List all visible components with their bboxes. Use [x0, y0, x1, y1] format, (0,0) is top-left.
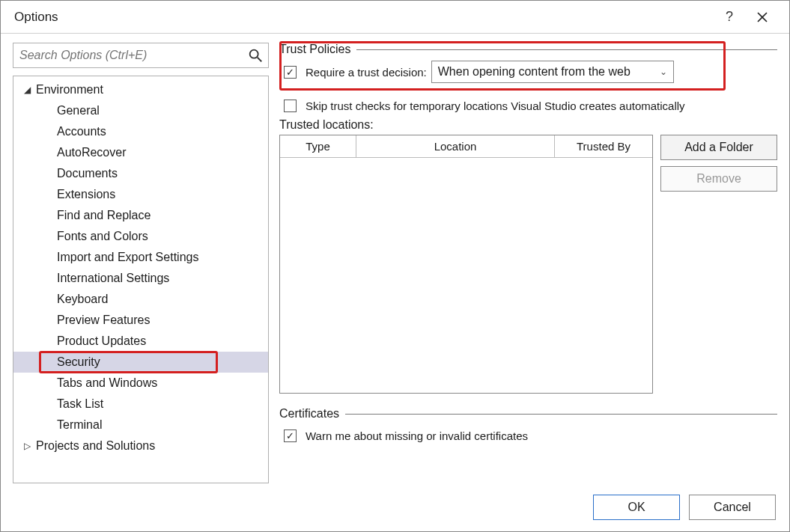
- tree-item-label: Keyboard: [57, 293, 109, 306]
- options-tree-scroll[interactable]: ◢ Environment GeneralAccountsAutoRecover…: [13, 76, 268, 483]
- tree-item-label: Find and Replace: [57, 209, 151, 222]
- tree-node-label: Environment: [36, 83, 103, 97]
- trust-scope-value: When opening content from the web: [438, 65, 631, 79]
- tree-node-projects-and-solutions[interactable]: ▷ Projects and Solutions: [13, 435, 268, 456]
- tree-item-label: General: [57, 104, 100, 117]
- remove-button[interactable]: Remove: [660, 166, 777, 192]
- trust-policies-legend: Trust Policies: [279, 43, 777, 56]
- expand-icon: ▷: [21, 441, 33, 451]
- tree-item-keyboard[interactable]: Keyboard: [13, 289, 268, 310]
- tree-item-documents[interactable]: Documents: [13, 163, 268, 184]
- skip-trust-checkbox[interactable]: [284, 100, 297, 112]
- cancel-button[interactable]: Cancel: [689, 495, 776, 520]
- tree-item-import-and-export-settings[interactable]: Import and Export Settings: [13, 247, 268, 268]
- tree-item-security[interactable]: Security: [13, 352, 268, 373]
- tree-node-environment[interactable]: ◢ Environment: [13, 79, 268, 100]
- trusted-locations-label: Trusted locations:: [279, 118, 777, 132]
- tree-item-general[interactable]: General: [13, 100, 268, 121]
- titlebar: Options ?: [1, 1, 789, 34]
- tree-item-label: Terminal: [57, 418, 102, 432]
- column-header-location[interactable]: Location: [356, 135, 555, 157]
- options-tree: ◢ Environment GeneralAccountsAutoRecover…: [13, 76, 269, 483]
- add-folder-button[interactable]: Add a Folder: [660, 135, 777, 160]
- tree-item-label: Documents: [57, 167, 118, 180]
- tree-item-tabs-and-windows[interactable]: Tabs and Windows: [13, 373, 268, 394]
- tree-item-label: Product Updates: [57, 334, 146, 348]
- tree-item-label: Import and Export Settings: [57, 251, 198, 264]
- require-trust-label: Require a trust decision:: [306, 66, 427, 79]
- tree-node-label: Projects and Solutions: [36, 439, 155, 453]
- tree-item-task-list[interactable]: Task List: [13, 394, 268, 415]
- tree-item-label: Security: [57, 355, 100, 369]
- tree-item-label: International Settings: [57, 272, 169, 285]
- require-trust-checkbox[interactable]: ✓: [284, 66, 297, 79]
- close-icon: [757, 12, 768, 22]
- tree-item-terminal[interactable]: Terminal: [13, 415, 268, 435]
- skip-trust-label: Skip trust checks for temporary location…: [306, 100, 685, 112]
- certificates-legend: Certificates: [279, 407, 777, 421]
- help-button[interactable]: ?: [713, 1, 746, 34]
- column-header-type[interactable]: Type: [280, 135, 356, 157]
- tree-item-accounts[interactable]: Accounts: [13, 121, 268, 142]
- tree-item-international-settings[interactable]: International Settings: [13, 268, 268, 289]
- column-header-trusted-by[interactable]: Trusted By: [555, 135, 652, 157]
- tree-item-label: Task List: [57, 397, 103, 411]
- warn-certificates-label: Warn me about missing or invalid certifi…: [306, 429, 528, 442]
- tree-item-product-updates[interactable]: Product Updates: [13, 331, 268, 352]
- chevron-down-icon: ⌄: [660, 67, 667, 77]
- tree-item-find-and-replace[interactable]: Find and Replace: [13, 205, 268, 226]
- tree-item-fonts-and-colors[interactable]: Fonts and Colors: [13, 226, 268, 247]
- tree-item-extensions[interactable]: Extensions: [13, 184, 268, 205]
- search-box[interactable]: [13, 43, 269, 68]
- trusted-locations-grid[interactable]: Type Location Trusted By: [279, 135, 653, 394]
- close-button[interactable]: [746, 1, 779, 34]
- tree-item-label: AutoRecover: [57, 146, 127, 159]
- warn-certificates-checkbox[interactable]: ✓: [284, 429, 297, 442]
- search-input[interactable]: [13, 43, 268, 67]
- dialog-footer: OK Cancel: [1, 483, 789, 531]
- tree-item-label: Accounts: [57, 125, 106, 138]
- window-title: Options: [14, 10, 713, 25]
- ok-button[interactable]: OK: [593, 495, 680, 520]
- tree-item-label: Extensions: [57, 188, 115, 201]
- tree-item-label: Tabs and Windows: [57, 376, 157, 390]
- tree-item-preview-features[interactable]: Preview Features: [13, 310, 268, 331]
- tree-item-label: Fonts and Colors: [57, 230, 148, 243]
- tree-item-autorecover[interactable]: AutoRecover: [13, 142, 268, 163]
- trust-scope-dropdown[interactable]: When opening content from the web ⌄: [431, 61, 674, 83]
- expand-icon: ◢: [21, 85, 33, 95]
- options-dialog: Options ? ◢ Environment GeneralAccountsA…: [0, 0, 790, 532]
- tree-item-label: Preview Features: [57, 314, 151, 327]
